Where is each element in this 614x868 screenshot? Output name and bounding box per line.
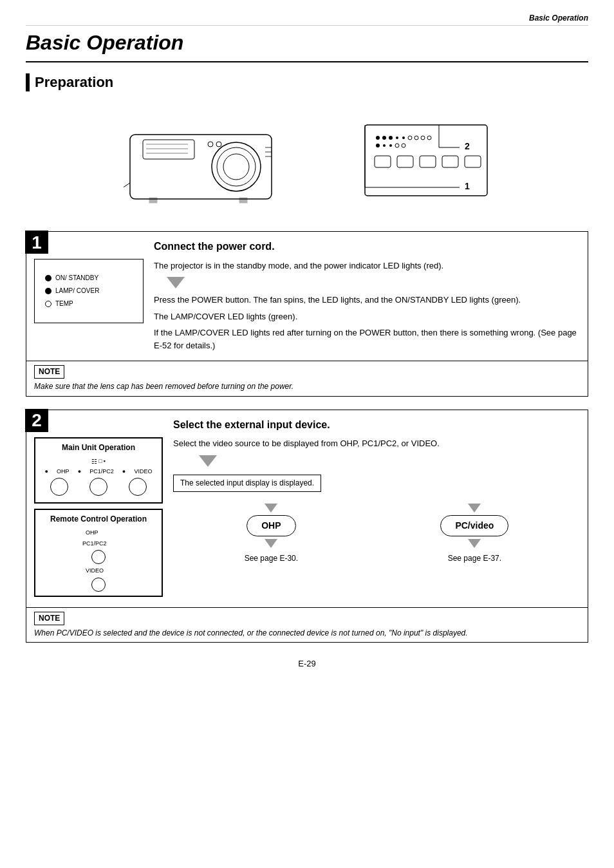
remote-title: Remote Control Operation xyxy=(41,514,156,525)
step1-para4: If the LAMP/COVER LED lights red after t… xyxy=(154,326,580,352)
svg-rect-4 xyxy=(143,140,194,159)
ohp-col: OHP See page E-30. xyxy=(245,501,298,564)
step1-note-label: NOTE xyxy=(34,365,64,379)
svg-rect-13 xyxy=(149,198,157,203)
svg-point-26 xyxy=(427,136,431,140)
display-box: The selected input display is displayed. xyxy=(173,475,321,492)
step2-box: 2 Main Unit Operation ☷ □ ▪ ●OHP ●PC1/PC… xyxy=(26,410,588,643)
step1-para3: The LAMP/COVER LED lights (green). xyxy=(154,310,580,323)
step1-para2: Press the POWER button. The fan spins, t… xyxy=(154,294,580,307)
svg-point-3 xyxy=(223,154,249,180)
remote-ohp-label: OHP xyxy=(86,529,111,537)
pcvideo-oval-btn[interactable]: PC/video xyxy=(440,515,508,537)
svg-point-18 xyxy=(376,136,380,140)
see-ohp-page: See page E-30. xyxy=(245,553,298,564)
ohp-button[interactable] xyxy=(50,478,68,496)
svg-text:2: 2 xyxy=(465,141,470,151)
svg-rect-34 xyxy=(420,156,436,167)
preparation-title: Preparation xyxy=(35,73,113,93)
svg-rect-14 xyxy=(239,198,247,203)
step2-title: Select the external input device. xyxy=(173,418,580,432)
step1-para1: The projector is in the standby mode, an… xyxy=(154,259,580,272)
arrow-down-2 xyxy=(199,455,217,467)
svg-rect-36 xyxy=(465,156,481,167)
arrow-pcvideo-2 xyxy=(468,539,481,548)
svg-point-19 xyxy=(382,136,386,140)
video-text: VIDEO xyxy=(134,467,152,476)
svg-point-24 xyxy=(414,136,418,140)
ohp-label-mu: ● xyxy=(45,467,48,476)
svg-point-20 xyxy=(389,136,393,140)
remote-video-button[interactable] xyxy=(91,578,106,592)
button-row-main xyxy=(41,478,156,496)
page-number: E-29 xyxy=(26,658,588,670)
svg-text:1: 1 xyxy=(465,181,470,191)
svg-point-25 xyxy=(421,136,425,140)
video-icon-label: ▪ xyxy=(104,457,106,466)
step1-box: 1 ON/ STANDBY LAMP/ COVER TEMP Connect t… xyxy=(26,231,588,396)
icon-row: ☷ □ ▪ xyxy=(41,457,156,466)
svg-rect-35 xyxy=(442,156,458,167)
step1-note: NOTE Make sure that the lens cap has bee… xyxy=(26,361,588,396)
temp-led xyxy=(45,301,51,307)
svg-point-30 xyxy=(395,144,399,147)
lamp-cover-label: LAMP/ COVER xyxy=(55,287,99,296)
step1-number: 1 xyxy=(25,231,48,254)
svg-point-16 xyxy=(216,142,221,147)
projector-diagram: 1 2 1 xyxy=(26,102,588,218)
top-right-header: Basic Operation xyxy=(529,13,588,24)
svg-point-15 xyxy=(208,142,213,147)
step1-note-text: Make sure that the lens cap has been rem… xyxy=(34,381,580,392)
svg-rect-33 xyxy=(397,156,413,167)
pc1pc2-label-mu: ● xyxy=(78,467,81,476)
step2-note-label: NOTE xyxy=(34,612,64,625)
svg-rect-32 xyxy=(375,156,391,167)
svg-point-29 xyxy=(389,144,392,147)
doc-icon: ☷ xyxy=(91,457,97,466)
page-title: Basic Operation xyxy=(26,28,588,62)
step1-led-panel: ON/ STANDBY LAMP/ COVER TEMP xyxy=(34,240,144,355)
svg-point-22 xyxy=(402,137,405,139)
svg-point-31 xyxy=(402,144,405,147)
video-button[interactable] xyxy=(129,478,147,496)
remote-pc1pc2-button[interactable] xyxy=(91,550,106,564)
step2-left: Main Unit Operation ☷ □ ▪ ●OHP ●PC1/PC2 … xyxy=(34,418,163,602)
step1-title: Connect the power cord. xyxy=(154,240,580,254)
svg-point-2 xyxy=(217,147,256,186)
see-pcvideo-page: See page E-37. xyxy=(448,553,501,564)
control-panel-svg: 2 1 xyxy=(362,118,490,202)
pcvideo-col: PC/video See page E-37. xyxy=(440,501,508,564)
arrow-ohp xyxy=(265,504,277,513)
temp-label: TEMP xyxy=(55,299,73,308)
step2-note: NOTE When PC/VIDEO is selected and the d… xyxy=(26,607,588,643)
arrow-down-1 xyxy=(167,277,185,288)
on-standby-label: ON/ STANDBY xyxy=(55,274,98,283)
remote-video-label: VIDEO xyxy=(86,567,111,575)
ohp-oval-btn[interactable]: OHP xyxy=(247,515,295,537)
remote-box: Remote Control Operation OHP PC1/PC2 VID… xyxy=(34,509,163,597)
ohp-text: OHP xyxy=(57,467,70,476)
svg-point-23 xyxy=(408,136,412,140)
arrow-ohp-2 xyxy=(265,539,277,548)
svg-point-1 xyxy=(212,142,261,191)
step2-note-text: When PC/VIDEO is selected and the device… xyxy=(34,628,580,639)
arrow-pcvideo xyxy=(468,504,481,513)
svg-point-28 xyxy=(383,144,386,147)
svg-line-11 xyxy=(124,183,130,189)
svg-point-21 xyxy=(396,137,398,139)
main-unit-title: Main Unit Operation xyxy=(41,442,156,453)
step2-number: 2 xyxy=(25,409,48,432)
projector-svg: 1 xyxy=(124,109,342,212)
section-bar xyxy=(26,73,30,91)
remote-pc1pc2-label: PC1/PC2 xyxy=(82,540,115,548)
pc1pc2-button[interactable] xyxy=(89,478,107,496)
step2-para1: Select the video source to be displayed … xyxy=(173,437,580,450)
lamp-cover-led xyxy=(45,288,51,294)
svg-point-27 xyxy=(376,144,380,147)
video-label-mu: ● xyxy=(122,467,126,476)
pc1pc2-text: PC1/PC2 xyxy=(89,467,114,476)
ohp-icon-label: □ xyxy=(98,457,102,466)
on-standby-led xyxy=(45,275,51,281)
